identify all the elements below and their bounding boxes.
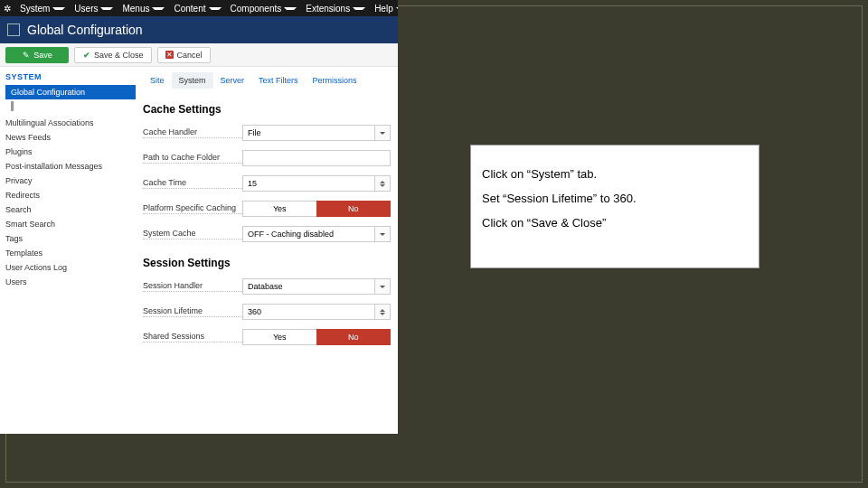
- sidebar-marker: ▌: [5, 99, 136, 112]
- chevron-down-icon: [353, 7, 365, 10]
- save-icon: ✎: [22, 51, 30, 59]
- page-header: Global Configuration: [0, 16, 398, 43]
- spinner-value[interactable]: [242, 304, 374, 320]
- label-path-cache: Path to Cache Folder: [143, 153, 242, 164]
- toggle-no[interactable]: No: [316, 329, 392, 345]
- main-panel: SiteSystemServerText FiltersPermissions …: [136, 67, 398, 361]
- menu-components[interactable]: Components: [227, 4, 301, 14]
- row-shared-sessions: Shared Sessions Yes No: [143, 329, 391, 345]
- row-path-cache: Path to Cache Folder: [143, 150, 391, 166]
- settings-grid-icon: [7, 23, 20, 36]
- action-toolbar: ✎ Save ✔ Save & Close ✕ Cancel: [0, 43, 398, 67]
- close-icon: ✕: [165, 51, 174, 59]
- menu-extensions[interactable]: Extensions: [302, 4, 369, 14]
- spinner-buttons[interactable]: [374, 304, 391, 320]
- tab-site[interactable]: Site: [143, 72, 172, 89]
- chevron-down-icon: [52, 7, 65, 10]
- sidebar-item[interactable]: News Feeds: [5, 130, 136, 145]
- save-close-button[interactable]: ✔ Save & Close: [74, 47, 152, 63]
- cancel-label: Cancel: [177, 51, 203, 60]
- session-section-title: Session Settings: [143, 257, 391, 269]
- chevron-down-icon: [374, 278, 391, 295]
- spinner-cache-time[interactable]: [242, 175, 391, 192]
- label-session-lifetime: Session Lifetime: [143, 306, 242, 317]
- row-platform-caching: Platform Specific Caching Yes No: [143, 201, 391, 217]
- tab-system[interactable]: System: [172, 72, 213, 89]
- sidebar-item-active[interactable]: Global Configuration: [5, 85, 136, 99]
- save-close-label: Save & Close: [94, 51, 144, 60]
- chevron-down-icon: [284, 7, 297, 10]
- menu-menus[interactable]: Menus: [118, 4, 168, 14]
- top-menubar: ✲ System Users Menus Content Components …: [0, 0, 398, 16]
- instruction-line-1: Click on “System” tab.: [482, 167, 748, 181]
- menu-help[interactable]: Help: [371, 4, 398, 14]
- label-platform-caching: Platform Specific Caching: [143, 203, 242, 214]
- input-path-cache[interactable]: [242, 150, 391, 166]
- chevron-down-icon: [100, 7, 113, 10]
- config-tabs: SiteSystemServerText FiltersPermissions: [143, 72, 391, 89]
- chevron-down-icon: [374, 226, 391, 242]
- tab-permissions[interactable]: Permissions: [306, 72, 364, 89]
- sidebar-title: SYSTEM: [5, 72, 136, 81]
- instructions-box: Click on “System” tab. Set “Session Life…: [470, 145, 760, 268]
- tab-text-filters[interactable]: Text Filters: [251, 72, 306, 89]
- select-value: File: [242, 125, 374, 141]
- sidebar-item[interactable]: Multilingual Associations: [5, 116, 136, 130]
- instruction-line-2: Set “Session Lifetime” to 360.: [482, 192, 748, 205]
- row-system-cache: System Cache OFF - Caching disabled: [143, 226, 391, 242]
- menu-users[interactable]: Users: [71, 4, 117, 14]
- chevron-down-icon: [209, 7, 222, 10]
- label-cache-time: Cache Time: [143, 178, 242, 189]
- select-value: Database: [242, 278, 374, 295]
- label-cache-handler: Cache Handler: [143, 127, 242, 138]
- select-cache-handler[interactable]: File: [242, 125, 391, 141]
- chevron-down-icon: [374, 125, 391, 141]
- cancel-button[interactable]: ✕ Cancel: [157, 47, 211, 63]
- row-cache-time: Cache Time: [143, 175, 391, 192]
- sidebar-item[interactable]: Redirects: [5, 188, 136, 202]
- label-session-handler: Session Handler: [143, 281, 242, 292]
- sidebar-item[interactable]: Privacy: [5, 174, 136, 188]
- sidebar-item[interactable]: Templates: [5, 246, 136, 260]
- menu-system[interactable]: System: [16, 4, 69, 14]
- toggle-shared-sessions[interactable]: Yes No: [242, 329, 391, 345]
- toggle-platform-caching[interactable]: Yes No: [242, 201, 391, 217]
- save-button[interactable]: ✎ Save: [5, 47, 69, 63]
- select-session-handler[interactable]: Database: [242, 278, 391, 295]
- cache-section-title: Cache Settings: [143, 103, 391, 116]
- top-menu: System Users Menus Content Components Ex…: [16, 4, 398, 14]
- menu-content[interactable]: Content: [170, 4, 224, 14]
- row-session-lifetime: Session Lifetime: [143, 304, 391, 320]
- select-system-cache[interactable]: OFF - Caching disabled: [242, 226, 391, 242]
- joomla-admin-window: ✲ System Users Menus Content Components …: [0, 0, 398, 434]
- page-title: Global Configuration: [27, 23, 143, 37]
- label-system-cache: System Cache: [143, 229, 242, 239]
- chevron-down-icon: [152, 7, 165, 10]
- sidebar: SYSTEM Global Configuration ▌ Multilingu…: [0, 67, 136, 361]
- sidebar-item[interactable]: Tags: [5, 231, 136, 246]
- spinner-session-lifetime[interactable]: [242, 304, 391, 320]
- sidebar-item[interactable]: Smart Search: [5, 217, 136, 231]
- sidebar-items: Multilingual AssociationsNews FeedsPlugi…: [5, 116, 136, 289]
- sidebar-item[interactable]: Plugins: [5, 145, 136, 159]
- spinner-value[interactable]: [242, 175, 374, 192]
- check-icon: ✔: [82, 51, 90, 59]
- label-shared-sessions: Shared Sessions: [143, 332, 242, 343]
- sidebar-item[interactable]: Post-installation Messages: [5, 159, 136, 174]
- instruction-line-3: Click on “Save & Close”: [482, 216, 748, 230]
- save-label: Save: [33, 51, 52, 60]
- sidebar-item[interactable]: Users: [5, 275, 136, 289]
- spinner-buttons[interactable]: [374, 175, 391, 192]
- toggle-yes[interactable]: Yes: [242, 329, 316, 345]
- select-value: OFF - Caching disabled: [242, 226, 374, 242]
- tab-server[interactable]: Server: [213, 72, 252, 89]
- row-cache-handler: Cache Handler File: [143, 125, 391, 141]
- chevron-down-icon: [396, 7, 398, 10]
- row-session-handler: Session Handler Database: [143, 278, 391, 295]
- toggle-yes[interactable]: Yes: [242, 201, 316, 217]
- slide-background: ✲ System Users Menus Content Components …: [0, 0, 868, 488]
- sidebar-item[interactable]: User Actions Log: [5, 260, 136, 275]
- joomla-logo-icon: ✲: [4, 3, 11, 14]
- toggle-no[interactable]: No: [316, 201, 392, 217]
- sidebar-item[interactable]: Search: [5, 202, 136, 217]
